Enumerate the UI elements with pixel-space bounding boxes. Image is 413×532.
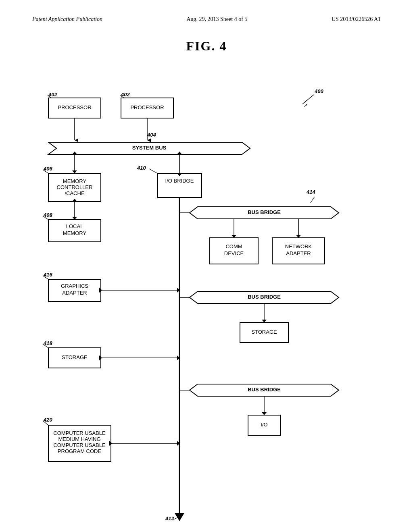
processor-label-2: PROCESSOR [130, 104, 164, 110]
page: Patent Application Publication Aug. 29, … [0, 0, 413, 532]
io-bridge-box [157, 173, 202, 197]
arrow-down-localmem [72, 217, 77, 220]
computer-usable-label-2: MEDIUM HAVING [58, 436, 100, 442]
ref-414-line [311, 197, 315, 203]
processor-label-1: PROCESSOR [58, 104, 91, 110]
memory-controller-label-1: MEMORY [63, 178, 87, 184]
computer-usable-label-3: COMPUTER USABLE [53, 442, 106, 448]
arrow-down-io [262, 412, 267, 415]
page-header: Patent Application Publication Aug. 29, … [0, 0, 413, 31]
header-patent-number: US 2013/0226526 A1 [332, 16, 381, 23]
comm-device-label-1: COMM [225, 243, 242, 249]
arrow-down-netadapter [296, 235, 301, 238]
graphics-adapter-label-2: ADAPTER [62, 290, 87, 296]
io-bridge-label-1: I/O BRIDGE [165, 178, 194, 184]
bus-bridge-3-label: BUS BRIDGE [248, 387, 281, 393]
ref-400: 400 [314, 88, 323, 94]
arrow-down-memctrl [72, 170, 77, 173]
memory-controller-label-2: CONTROLLER [57, 184, 93, 190]
local-memory-label-2: MEMORY [63, 230, 87, 236]
system-bus-label: SYSTEM BUS [132, 145, 167, 151]
header-publication-type: Patent Application Publication [32, 16, 102, 23]
network-adapter-label-2: ADAPTER [286, 250, 311, 256]
figure-title: FIG. 4 [0, 39, 413, 54]
graphics-adapter-label-1: GRAPHICS [61, 283, 88, 289]
bus-bridge-1-label: BUS BRIDGE [248, 209, 281, 215]
io-label: I/O [261, 422, 267, 428]
ref-414: 414 [306, 189, 315, 195]
bus-bridge-2-label: BUS BRIDGE [248, 294, 281, 300]
arrow-down-storage2 [262, 320, 267, 322]
header-date-sheet: Aug. 29, 2013 Sheet 4 of 5 [186, 16, 247, 23]
arrow-down-comm [232, 235, 236, 238]
comm-device-label-2: DEVICE [224, 250, 244, 256]
diagram-area: 400 ↗ PROCESSOR 402 PROCESSOR 402 404 SY… [0, 54, 413, 532]
ref-410-line [149, 169, 157, 173]
ref-412: 412 [165, 515, 174, 522]
ref-400-symbol: ↗ [303, 102, 307, 108]
backbone-arrow-down [175, 513, 184, 521]
computer-usable-label-4: PROGRAM CODE [58, 448, 102, 454]
network-adapter-label-1: NETWORK [285, 243, 312, 249]
patent-diagram: 400 ↗ PROCESSOR 402 PROCESSOR 402 404 SY… [24, 78, 387, 532]
storage-left-label: STORAGE [62, 354, 88, 360]
ref-404: 404 [147, 132, 156, 138]
computer-usable-label-1: COMPUTER USABLE [53, 430, 106, 436]
memory-controller-label-3: /CACHE [65, 190, 84, 196]
ref-410: 410 [137, 165, 146, 171]
storage2-label: STORAGE [251, 329, 277, 335]
local-memory-label-1: LOCAL [66, 223, 83, 229]
